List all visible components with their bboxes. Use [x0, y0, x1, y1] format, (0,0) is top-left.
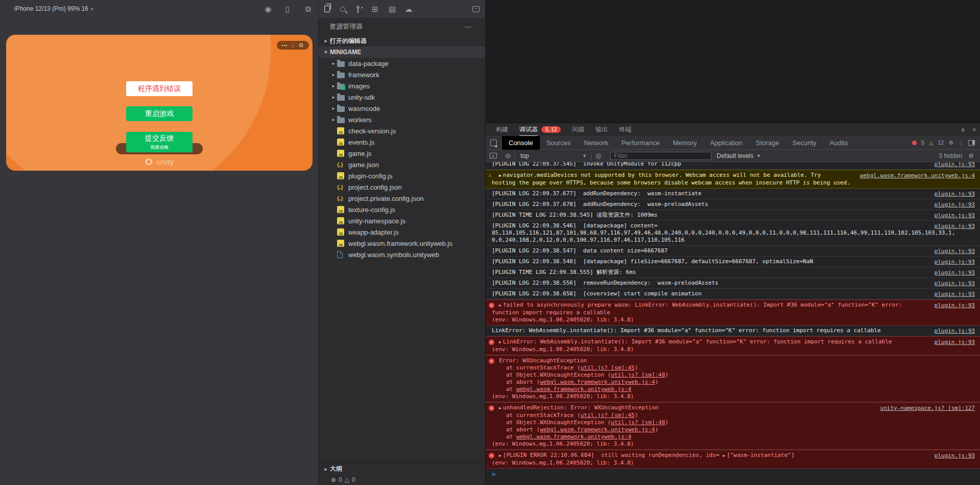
- tree-file-plugin-config.js[interactable]: JSplugin-config.js: [319, 170, 485, 181]
- console-settings-icon[interactable]: ⚙: [968, 152, 974, 159]
- stack-source-link[interactable]: util.js? [sm]:45: [581, 412, 635, 419]
- tree-file-check-version.js[interactable]: JScheck-version.js: [319, 125, 485, 136]
- log-levels-dropdown[interactable]: Default levels ▼: [716, 152, 761, 159]
- toggle-panel-icon[interactable]: [469, 0, 483, 18]
- open-editors-section[interactable]: ▸ 打开的编辑器: [319, 35, 485, 47]
- storage-icon[interactable]: ▤: [385, 0, 399, 18]
- tree-folder-wasmcode[interactable]: ▸wasmcode: [319, 103, 485, 114]
- tree-folder-data-package[interactable]: ▸data-package: [319, 58, 485, 69]
- source-link[interactable]: webgl.wasm.framework.unityweb.js:4: [860, 172, 975, 179]
- source-link[interactable]: plugin.js:93: [935, 201, 975, 208]
- source-link[interactable]: plugin.js:93: [935, 259, 975, 265]
- tree-folder-framework[interactable]: ▸framework: [319, 69, 485, 80]
- cloud-icon[interactable]: ☁: [401, 0, 416, 18]
- devtools-error-count: 5: [921, 140, 924, 146]
- close-panel-icon[interactable]: ×: [972, 126, 976, 133]
- tree-file-events.js[interactable]: JSevents.js: [319, 136, 485, 148]
- submit-feedback-button[interactable]: 提交反馈 视频攻略: [126, 132, 193, 152]
- devtools-tab-network[interactable]: Network: [577, 136, 615, 150]
- console-text: ): [655, 426, 658, 433]
- tree-file-weapp-adapter.js[interactable]: JSweapp-adapter.js: [319, 226, 485, 238]
- restart-game-button[interactable]: 重启游戏: [126, 106, 193, 121]
- context-selector[interactable]: top ▼: [515, 152, 591, 159]
- devtools-tab-storage[interactable]: Storage: [749, 136, 786, 150]
- device-frame-icon[interactable]: ▯: [280, 0, 295, 18]
- debugger-tab-问题[interactable]: 问题: [566, 123, 590, 136]
- errors-zero-icon: ⊗: [331, 476, 336, 483]
- expand-arrow-icon[interactable]: ▶: [499, 303, 501, 308]
- inspect-element-icon[interactable]: [490, 140, 497, 146]
- source-link[interactable]: plugin.js:93: [935, 328, 975, 334]
- source-link[interactable]: plugin.js:93: [935, 269, 975, 276]
- devtools-tab-application[interactable]: Application: [703, 136, 749, 150]
- tree-file-game.js[interactable]: JSgame.js: [319, 148, 485, 159]
- devtools-more-icon[interactable]: ⋮: [958, 140, 964, 146]
- source-link[interactable]: plugin.js:93: [935, 248, 975, 255]
- multi-window-icon[interactable]: ⧉: [301, 0, 315, 18]
- expand-arrow-icon[interactable]: ▶: [499, 453, 501, 458]
- stack-source-link[interactable]: util.js? [sm]:48: [611, 372, 665, 378]
- explorer-files-icon[interactable]: [320, 0, 334, 18]
- devtools-tab-memory[interactable]: Memory: [666, 136, 704, 150]
- source-link[interactable]: plugin.js:93: [935, 191, 975, 197]
- wechat-capsule-button[interactable]: ••• ⊙: [277, 41, 309, 50]
- collapse-panel-icon[interactable]: ∧: [961, 126, 965, 133]
- record-icon[interactable]: ◉: [261, 0, 275, 18]
- source-link[interactable]: plugin.js:93: [935, 452, 975, 459]
- capsule-more-icon[interactable]: •••: [277, 43, 293, 47]
- project-root-section[interactable]: ▾ MINIGAME: [319, 47, 485, 58]
- stack-source-link[interactable]: webgl.wasm.framework.unityweb.js:4: [540, 426, 655, 433]
- dock-side-icon[interactable]: [968, 140, 975, 146]
- stack-source-link[interactable]: util.js? [sm]:48: [611, 419, 665, 426]
- stack-source-link[interactable]: webgl.wasm.framework.unityweb.js:4: [540, 379, 655, 385]
- explorer-more-icon[interactable]: ⋯: [465, 18, 472, 35]
- stack-source-link[interactable]: webgl.wasm.framework.unityweb.js:4: [516, 433, 631, 440]
- devtools-tab-audits[interactable]: Audits: [823, 136, 855, 150]
- error-icon: ✕: [489, 339, 494, 345]
- stack-source-link[interactable]: util.js? [sm]:45: [581, 364, 635, 371]
- tree-file-webgl.wasm.symbols.unityweb[interactable]: webgl.wasm.symbols.unityweb: [319, 249, 485, 260]
- tree-file-webgl.wasm.framework.unityweb.js[interactable]: JSwebgl.wasm.framework.unityweb.js: [319, 238, 485, 249]
- console-filter-input[interactable]: [610, 152, 711, 160]
- console-prompt[interactable]: >: [486, 469, 980, 479]
- devtools-tab-sources[interactable]: Sources: [540, 136, 578, 150]
- tree-file-project.config.json[interactable]: {..}project.config.json: [319, 181, 485, 193]
- devtools-tab-console[interactable]: Console: [502, 136, 540, 150]
- debugger-tab-调试器[interactable]: 调试器5, 12: [514, 123, 566, 136]
- expand-arrow-icon[interactable]: ▶: [499, 340, 501, 344]
- git-branch-icon[interactable]: [352, 0, 367, 18]
- expand-arrow-icon[interactable]: ▶: [499, 173, 501, 178]
- source-link[interactable]: plugin.js:93: [935, 162, 975, 168]
- tree-folder-unity-sdk[interactable]: ▸unity-sdk: [319, 91, 485, 103]
- device-selector[interactable]: iPhone 12/13 (Pro) 99% 16▾: [14, 0, 93, 18]
- source-link[interactable]: plugin.js:93: [935, 339, 975, 345]
- tree-file-game.json[interactable]: {..}game.json: [319, 159, 485, 170]
- tree-file-unity-namespace.js[interactable]: JSunity-namespace.js: [319, 215, 485, 226]
- devtools-settings-icon[interactable]: ⚙: [948, 140, 953, 146]
- source-link[interactable]: plugin.js:93: [935, 291, 975, 297]
- source-link[interactable]: plugin.js:93: [935, 302, 975, 309]
- debugger-tab-输出[interactable]: 输出: [590, 123, 613, 136]
- outline-section[interactable]: ▸ 大纲: [319, 463, 485, 474]
- capsule-exit-icon[interactable]: ⊙: [293, 41, 309, 50]
- debugger-tab-终端[interactable]: 终端: [613, 123, 637, 136]
- search-icon[interactable]: [336, 0, 350, 18]
- devtools-tab-security[interactable]: Security: [786, 136, 823, 150]
- source-link[interactable]: plugin.js:93: [935, 280, 975, 287]
- tree-file-texture-config.js[interactable]: JStexture-config.js: [319, 204, 485, 215]
- source-link[interactable]: plugin.js:93: [935, 212, 975, 219]
- devtools-tab-performance[interactable]: Performance: [615, 136, 666, 150]
- tree-folder-workers[interactable]: ▸workers: [319, 114, 485, 125]
- debugger-tab-构建[interactable]: 构建: [490, 123, 514, 136]
- clear-console-icon[interactable]: ⊘: [505, 152, 511, 159]
- expand-arrow-icon[interactable]: ▶: [723, 453, 725, 458]
- stack-source-link[interactable]: webgl.wasm.framework.unityweb.js:4: [516, 386, 631, 392]
- live-expression-eye-icon[interactable]: ◎: [595, 152, 601, 159]
- source-link[interactable]: unity-namespace.js? [sm]:127: [880, 405, 975, 411]
- tree-folder-images[interactable]: ▸images: [319, 80, 485, 91]
- source-link[interactable]: plugin.js:93: [935, 223, 975, 229]
- tree-file-project.private.config.json[interactable]: {..}project.private.config.json: [319, 193, 485, 204]
- console-sidebar-icon[interactable]: ▸: [490, 153, 497, 158]
- extensions-grid-icon[interactable]: ⊞: [368, 0, 382, 18]
- expand-arrow-icon[interactable]: ▶: [499, 406, 501, 410]
